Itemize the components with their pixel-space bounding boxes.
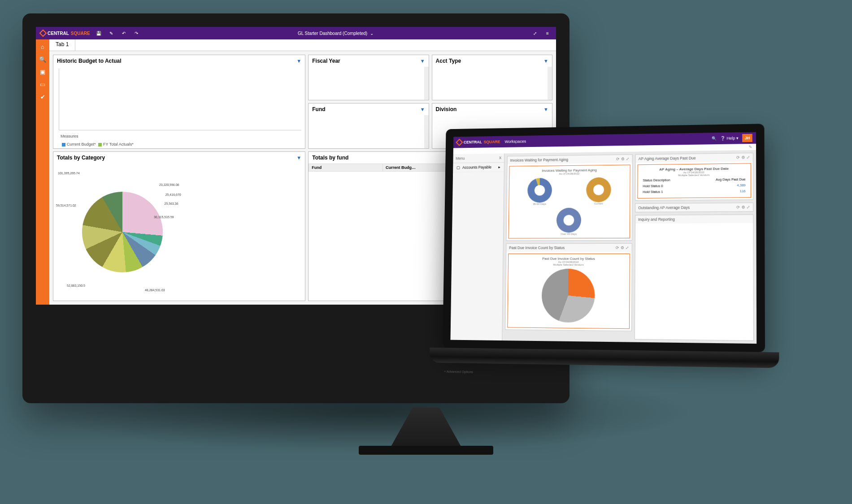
pie-past-due bbox=[541, 269, 595, 323]
tab-bar: Tab 1 bbox=[49, 39, 556, 51]
brand-logo: CENTRALSQUARE Workspaces bbox=[457, 139, 526, 145]
card-title: AP Aging Average Days Past Due bbox=[639, 156, 696, 161]
refresh-icon[interactable]: ⟳ bbox=[736, 155, 740, 159]
expand-icon[interactable]: ⤢ bbox=[531, 29, 539, 37]
pie-label: 25,563,36 bbox=[165, 202, 178, 205]
panel-totals-category: Totals by Category▼ 101,395,265.74 23,22… bbox=[53, 151, 305, 301]
brand-logo: CENTRALSQUARE bbox=[40, 30, 90, 36]
chart-legend: Current Budget* FY Total Actuals* bbox=[57, 140, 305, 148]
pie-label: 101,395,265.74 bbox=[58, 172, 80, 175]
pie-legend bbox=[626, 266, 627, 326]
menu-section-ap[interactable]: ▢ Accounts Payable ▸ bbox=[453, 163, 504, 172]
redo-icon[interactable]: ↷ bbox=[132, 29, 140, 37]
pie-label: 30,315,515.59 bbox=[154, 215, 174, 219]
user-avatar[interactable]: JH bbox=[742, 134, 752, 142]
refresh-icon[interactable]: ⟳ bbox=[736, 205, 740, 209]
legend-swatch-budget bbox=[62, 143, 65, 146]
donut-over-90 bbox=[556, 208, 581, 233]
card-icon[interactable]: ▭ bbox=[39, 81, 46, 88]
menu-title: Menu bbox=[456, 156, 465, 161]
panel-historic-budget: Historic Budget to Actual ▼ Measures bbox=[53, 55, 305, 149]
pie-label: 52,883,150.5 bbox=[67, 284, 85, 287]
card-title: Past Due Invoice Count by Status bbox=[509, 246, 565, 250]
measures-label: Measures bbox=[57, 132, 305, 140]
panel-title: Fund bbox=[312, 106, 325, 112]
scrollbar[interactable] bbox=[424, 115, 429, 148]
filter-icon[interactable]: ▼ bbox=[296, 155, 301, 160]
chart-title: Past Due Invoice Count by Status bbox=[511, 257, 627, 261]
pie-label: 23,220,556.06 bbox=[159, 183, 179, 186]
pie-legend bbox=[192, 164, 305, 301]
expand-icon[interactable]: ⤢ bbox=[626, 246, 629, 250]
card-ap-aging: AP Aging Average Days Past Due⟳⚙⤢ AP Agi… bbox=[635, 153, 753, 201]
side-menu: MenuX ▢ Accounts Payable ▸ + Advanced Op… bbox=[450, 154, 504, 341]
menu-icon[interactable]: ≡ bbox=[543, 29, 552, 37]
scrollbar[interactable] bbox=[424, 67, 429, 100]
expand-icon[interactable]: ⤢ bbox=[747, 155, 750, 159]
card-title: Outstanding AP Average Days bbox=[638, 205, 690, 210]
expand-icon[interactable]: ⤢ bbox=[626, 157, 630, 161]
help-menu[interactable]: ❔ Help ▾ bbox=[721, 136, 739, 141]
panel-title: Totals by fund bbox=[312, 155, 348, 161]
panel-title: Division bbox=[436, 106, 457, 112]
filter-icon[interactable]: ▼ bbox=[296, 58, 301, 64]
undo-icon[interactable]: ↶ bbox=[120, 29, 128, 37]
card-inquiry: Inquiry and Reporting bbox=[635, 215, 754, 341]
filter-icon[interactable]: ▼ bbox=[543, 58, 548, 64]
filter-icon[interactable]: ▼ bbox=[420, 58, 425, 64]
settings-icon[interactable]: ⚙ bbox=[621, 246, 624, 250]
scrollbar[interactable] bbox=[548, 67, 552, 100]
folder-icon[interactable]: ▣ bbox=[39, 68, 46, 75]
expand-icon[interactable]: ⤢ bbox=[747, 205, 750, 209]
ap-value[interactable]: 4,389 bbox=[693, 183, 747, 188]
search-icon[interactable]: 🔍 bbox=[39, 56, 46, 63]
close-icon[interactable]: X bbox=[499, 155, 502, 160]
settings-icon[interactable]: ⚙ bbox=[741, 155, 745, 159]
brand-text-b: SQUARE bbox=[71, 31, 90, 36]
edit-icon[interactable]: ✎ bbox=[749, 145, 752, 149]
card-past-due: Past Due Invoice Count by Status⟳⚙⤢ Past… bbox=[505, 243, 632, 331]
logo-icon bbox=[456, 139, 463, 146]
ap-aging-table: Status DescriptionAvg Days Past Due Hold… bbox=[640, 176, 748, 195]
panel-fund: Fund▼ bbox=[308, 103, 429, 149]
pie-label: 59,514,571.02 bbox=[56, 204, 76, 207]
save-icon[interactable]: 💾 bbox=[95, 29, 103, 37]
refresh-icon[interactable]: ⟳ bbox=[616, 157, 620, 161]
card-outstanding-ap: Outstanding AP Average Days⟳⚙⤢ bbox=[635, 202, 753, 212]
panel-acct-type: Acct Type▼ bbox=[432, 55, 552, 100]
card-title: Inquiry and Reporting bbox=[638, 217, 675, 221]
app-topbar: CENTRALSQUARE 💾 ✎ ↶ ↷ GL Starter Dashboa… bbox=[36, 27, 556, 39]
card-invoices-waiting: Invoices Waiting for Payment Aging⟳⚙⤢ In… bbox=[506, 155, 633, 241]
panel-title: Historic Budget to Actual bbox=[57, 58, 122, 64]
donut-35-60 bbox=[527, 178, 552, 203]
workspaces-app: CENTRALSQUARE Workspaces 🔍 ❔ Help ▾ JH ✎… bbox=[450, 132, 756, 344]
settings-icon[interactable]: ⚙ bbox=[741, 205, 745, 209]
brand-text-a: CENTRAL bbox=[48, 31, 69, 36]
card-title: Invoices Waiting for Payment Aging bbox=[510, 157, 568, 162]
logo-icon bbox=[39, 30, 47, 37]
bar-chart bbox=[53, 67, 305, 132]
product-name: Workspaces bbox=[505, 139, 526, 144]
pie-chart bbox=[82, 192, 163, 272]
search-icon[interactable]: 🔍 bbox=[712, 136, 717, 141]
panel-fiscal-year: Fiscal Year▼ bbox=[308, 55, 429, 100]
filter-icon[interactable]: ▼ bbox=[420, 107, 425, 112]
tab-1[interactable]: Tab 1 bbox=[49, 39, 75, 51]
check-icon[interactable]: ✔ bbox=[39, 93, 46, 100]
edit-icon[interactable]: ✎ bbox=[107, 29, 115, 37]
refresh-icon[interactable]: ⟳ bbox=[616, 246, 619, 250]
legend-swatch-actuals bbox=[98, 143, 102, 146]
pie-label: 25,416,670 bbox=[165, 193, 181, 196]
settings-icon[interactable]: ⚙ bbox=[621, 157, 625, 161]
home-icon[interactable]: ⌂ bbox=[39, 43, 46, 50]
filter-icon[interactable]: ▼ bbox=[543, 107, 548, 112]
donut-current bbox=[586, 177, 611, 202]
panel-title: Fiscal Year bbox=[312, 58, 340, 64]
pie-label: 48,284,531.03 bbox=[145, 289, 165, 292]
panel-title: Totals by Category bbox=[57, 155, 105, 161]
dashboard-title[interactable]: GL Starter Dashboard (Completed) ⌄ bbox=[145, 31, 526, 36]
left-rail: ⌂ 🔍 ▣ ▭ ✔ bbox=[36, 39, 49, 305]
col-fund[interactable]: Fund bbox=[309, 164, 383, 172]
ap-value[interactable]: 116 bbox=[693, 189, 747, 194]
panel-title: Acct Type bbox=[436, 58, 461, 64]
